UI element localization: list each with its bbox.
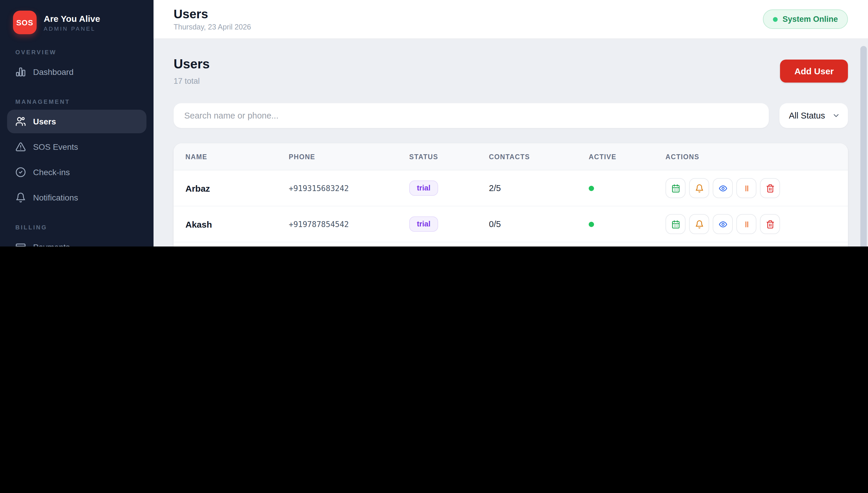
- bell-icon: [695, 184, 704, 193]
- trash-icon: [766, 220, 774, 229]
- sidebar-item-label: Notifications: [33, 193, 78, 202]
- column-header-active: ACTIVE: [589, 153, 665, 160]
- check-circle-icon: [15, 167, 26, 177]
- sidebar-item-users[interactable]: Users: [7, 110, 146, 133]
- column-header-contacts: CONTACTS: [489, 153, 589, 160]
- user-name: Akash: [185, 219, 289, 229]
- sidebar-item-label: Payments: [33, 242, 70, 246]
- status-filter-select[interactable]: All Status: [780, 103, 848, 128]
- column-header-actions: ACTIONS: [665, 153, 836, 160]
- system-status-label: System Online: [782, 15, 838, 24]
- online-dot-icon: [773, 17, 778, 22]
- active-dot-icon: [589, 222, 594, 227]
- trash-action-button[interactable]: [760, 214, 780, 234]
- user-phone: +919315683242: [289, 184, 409, 193]
- scrollbar-thumb[interactable]: [860, 46, 867, 246]
- sidebar-item-payments[interactable]: Payments: [7, 235, 146, 246]
- bell-icon: [695, 220, 704, 229]
- table-row: Arbaz+919315683242trial2/5: [174, 170, 848, 207]
- contacts-count: 2/5: [489, 184, 589, 193]
- nav-section-label: BILLING: [0, 224, 154, 231]
- trash-action-button[interactable]: [760, 178, 780, 198]
- bell-action-button[interactable]: [689, 214, 709, 234]
- contacts-count: 0/5: [489, 219, 589, 229]
- eye-action-button[interactable]: [713, 178, 733, 198]
- user-phone: +919787854542: [289, 220, 409, 229]
- table-body: Arbaz+919315683242trial2/5Akash+91978785…: [174, 170, 848, 246]
- chevron-down-icon: [832, 111, 840, 120]
- sidebar-item-label: Check-ins: [33, 168, 70, 177]
- pause-icon: [742, 184, 751, 193]
- system-status-badge: System Online: [763, 9, 848, 29]
- app-window: SOS Are You Alive ADMIN PANEL OVERVIEWDa…: [0, 0, 868, 246]
- calendar-action-button[interactable]: [665, 178, 686, 198]
- pause-action-button[interactable]: [736, 214, 756, 234]
- pause-icon: [742, 220, 751, 229]
- page-title: Users: [174, 7, 251, 21]
- column-header-phone: PHONE: [289, 153, 409, 160]
- eye-icon: [718, 184, 727, 193]
- calendar-icon: [671, 184, 680, 193]
- page-date: Thursday, 23 April 2026: [174, 23, 251, 31]
- page-header: Users Thursday, 23 April 2026 System Onl…: [154, 0, 868, 39]
- users-icon: [15, 116, 26, 127]
- sidebar-item-label: SOS Events: [33, 142, 78, 152]
- eye-action-button[interactable]: [713, 214, 733, 234]
- eye-icon: [718, 220, 727, 229]
- status-badge: trial: [409, 216, 438, 232]
- table-header-row: NAMEPHONESTATUSCONTACTSACTIVEACTIONS: [174, 143, 848, 170]
- status-badge: trial: [409, 180, 438, 196]
- sidebar-item-label: Dashboard: [33, 67, 74, 77]
- search-input[interactable]: [174, 103, 769, 128]
- bar-chart-icon: [15, 67, 26, 77]
- nav-section-label: OVERVIEW: [0, 49, 154, 56]
- sidebar-item-label: Users: [33, 117, 56, 126]
- sidebar-item-notifications[interactable]: Notifications: [7, 186, 146, 209]
- sidebar-item-check-ins[interactable]: Check-ins: [7, 160, 146, 184]
- calendar-action-button[interactable]: [665, 214, 686, 234]
- users-table-card: NAMEPHONESTATUSCONTACTSACTIVEACTIONS Arb…: [174, 143, 848, 246]
- sidebar-item-sos-events[interactable]: SOS Events: [7, 135, 146, 158]
- column-header-status: STATUS: [409, 153, 489, 160]
- content-area: Users 17 total Add User All Status NAMEP…: [154, 39, 868, 246]
- active-dot-icon: [589, 186, 594, 191]
- status-filter-value: All Status: [789, 111, 825, 120]
- table-row: Akash+919787854542trial0/5: [174, 207, 848, 242]
- trash-icon: [766, 184, 774, 193]
- pause-action-button[interactable]: [736, 178, 756, 198]
- total-count: 17 total: [174, 77, 209, 86]
- section-title: Users: [174, 57, 209, 72]
- bell-icon: [15, 192, 26, 203]
- credit-card-icon: [15, 242, 26, 246]
- app-title: Are You Alive: [44, 13, 100, 23]
- user-name: Arbaz: [185, 183, 289, 193]
- sidebar: SOS Are You Alive ADMIN PANEL OVERVIEWDa…: [0, 0, 154, 246]
- sidebar-nav: OVERVIEWDashboardMANAGEMENTUsersSOS Even…: [0, 34, 154, 246]
- sos-logo-icon: SOS: [13, 10, 37, 34]
- nav-section-label: MANAGEMENT: [0, 99, 154, 105]
- bell-action-button[interactable]: [689, 178, 709, 198]
- table-row: Parth+919711333620trial2/5: [174, 242, 848, 246]
- column-header-name: NAME: [185, 153, 289, 160]
- sidebar-item-dashboard[interactable]: Dashboard: [7, 60, 146, 84]
- alert-triangle-icon: [15, 142, 26, 152]
- brand: SOS Are You Alive ADMIN PANEL: [0, 10, 154, 34]
- app-subtitle: ADMIN PANEL: [44, 25, 100, 31]
- add-user-button[interactable]: Add User: [780, 60, 848, 83]
- calendar-icon: [671, 220, 680, 229]
